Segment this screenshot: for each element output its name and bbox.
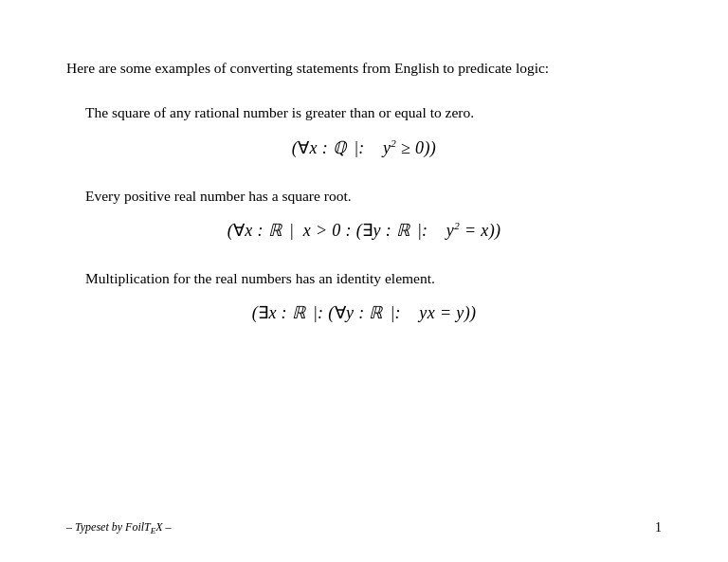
footer: – Typeset by FoilTEX – 1 bbox=[66, 520, 662, 535]
example-1-text: The square of any rational number is gre… bbox=[85, 101, 662, 123]
example-2-formula: (∀x : ℝ | x > 0 : (∃y : ℝ |: y2 = x)) bbox=[66, 220, 662, 241]
example-3-formula: (∃x : ℝ |: (∀y : ℝ |: yx = y)) bbox=[66, 302, 662, 323]
example-3-text: Multiplication for the real numbers has … bbox=[85, 267, 662, 289]
example-1: The square of any rational number is gre… bbox=[66, 101, 662, 157]
page-number: 1 bbox=[655, 520, 662, 535]
example-1-formula: (∀x : ℚ |: y2 ≥ 0)) bbox=[66, 137, 662, 158]
example-3: Multiplication for the real numbers has … bbox=[66, 267, 662, 323]
intro-text: Here are some examples of converting sta… bbox=[66, 57, 662, 79]
footer-typeset: – Typeset by FoilTEX – bbox=[66, 520, 172, 535]
example-2-text: Every positive real number has a square … bbox=[85, 185, 662, 207]
example-2: Every positive real number has a square … bbox=[66, 185, 662, 241]
page: Here are some examples of converting sta… bbox=[0, 0, 728, 562]
